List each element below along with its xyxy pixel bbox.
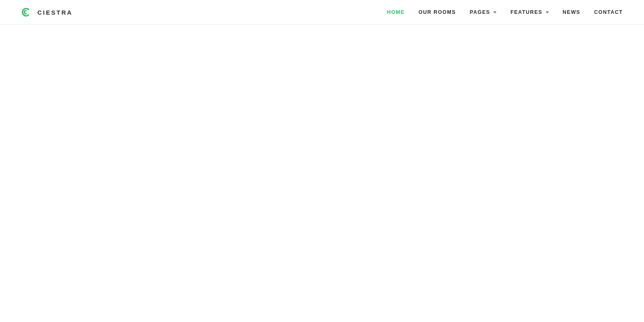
nav-pages[interactable]: PAGES (470, 9, 497, 15)
hero-section: +1 (954) 456 6789 (68, 25, 577, 51)
nav-contact[interactable]: CONTACT (594, 9, 623, 15)
logo-icon (21, 7, 31, 17)
site-header: CIESTRA HOME OUR ROOMS PAGES FEATURES NE… (0, 0, 644, 25)
chevron-down-icon (546, 11, 549, 13)
chevron-down-icon (493, 11, 497, 13)
nav-features[interactable]: FEATURES (510, 9, 549, 15)
logo[interactable]: CIESTRA (21, 7, 73, 17)
logo-text: CIESTRA (37, 9, 73, 16)
nav-news[interactable]: NEWS (563, 9, 581, 15)
nav-our-rooms[interactable]: OUR ROOMS (418, 9, 456, 15)
nav-home[interactable]: HOME (387, 9, 405, 15)
primary-nav: HOME OUR ROOMS PAGES FEATURES NEWS CONTA… (387, 9, 623, 15)
